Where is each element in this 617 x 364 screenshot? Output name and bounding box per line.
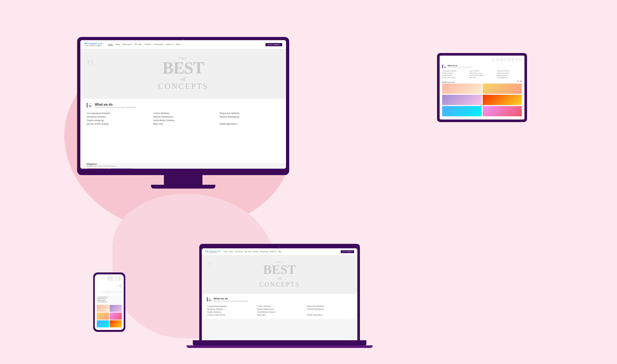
ln-cater[interactable]: We Cater xyxy=(245,251,251,253)
service-item-graphic: Graphic designing xyxy=(87,119,147,121)
monitor-hero-content: THE BEST of CONCEPTS xyxy=(158,57,209,91)
monitor-banner-text: Diligence Diligence has no place in the … xyxy=(87,163,133,169)
ln-what[interactable]: What we do xyxy=(235,251,243,253)
portfolio-img-2 xyxy=(483,84,522,94)
l-service: Domain & Web Hosting xyxy=(207,314,252,316)
monitor-services-header: 00 01 What we do There are no shortcuts … xyxy=(87,103,280,108)
laptop-bottom xyxy=(186,345,373,348)
t-service: Conceptualized Websites xyxy=(442,70,467,72)
tablet-screen: CONCEPTS 00 01 What we do There are no s… xyxy=(440,56,524,120)
nav-home[interactable]: Home xyxy=(108,43,113,46)
services-title: What we do xyxy=(95,103,136,106)
laptop-services: 00 01 What we do There are no shortcuts … xyxy=(202,294,357,319)
service-item: Conceptualized Websites xyxy=(87,112,147,114)
l-service: Basic SEO xyxy=(257,314,302,316)
nav-reach[interactable]: Reach Us xyxy=(166,43,174,46)
ln-home[interactable]: Home xyxy=(224,251,228,253)
phone-services: Conceptualized Websites Wordpress Websit… xyxy=(96,295,122,304)
laptop-logo: 3W Creators LLP a web solution company xyxy=(205,250,220,253)
tablet-services-sub: There are no shortcuts to any place wort… xyxy=(448,67,471,68)
t-service: Website Redesigning xyxy=(497,72,522,74)
tablet-frame: CONCEPTS 00 01 What we do There are no s… xyxy=(437,53,527,122)
monitor-stand xyxy=(164,175,202,185)
ln-portfolio[interactable]: Portfolio xyxy=(253,251,258,253)
t-service: Graphic designing xyxy=(442,75,467,76)
monitor-screen: 3W Creators LLP a web solution company H… xyxy=(80,40,286,169)
phone-portfolio xyxy=(96,304,122,328)
tablet-num-block: 00 01 xyxy=(442,65,446,68)
monitor-logo-sub: a web solution company xyxy=(84,45,104,47)
t-service: Domain & Web Hosting xyxy=(442,77,467,78)
ln-reach[interactable]: Reach Us xyxy=(270,251,276,253)
laptop-hero-decor: '' xyxy=(207,259,212,276)
services-subtitle: There are no shortcuts to any place wort… xyxy=(95,106,136,108)
monitor-hero: '' THE BEST of CONCEPTS xyxy=(80,49,286,99)
laptop-base xyxy=(193,340,366,345)
service-item: Domain & Web Hosting xyxy=(87,123,147,125)
laptop-logo-text: 3W Creators LLP xyxy=(205,250,220,252)
laptop-main-title: What we do xyxy=(214,297,248,300)
phone-inner: BEST of CONCEPTS Conceptualized Websites… xyxy=(95,274,124,330)
nav-portfolio[interactable]: Portfolio xyxy=(145,43,151,46)
l-service: Social Media Creatives xyxy=(257,311,302,313)
monitor-banner: Diligence Diligence has no place in the … xyxy=(80,163,286,169)
service-item: Website Maintenance xyxy=(153,116,213,118)
phone-hero-best: BEST of CONCEPTS xyxy=(96,276,122,295)
laptop-nav-links: Home About What we do We Cater Portfolio… xyxy=(224,251,281,253)
service-item: Custom Websites xyxy=(153,112,213,114)
tablet-services-header: 00 01 What we do There are no shortcuts … xyxy=(442,65,522,68)
laptop-num-block: 00 01 xyxy=(207,297,211,301)
monitor-hero-decor: '' xyxy=(87,56,94,78)
phone-device: BEST of CONCEPTS Conceptualized Websites… xyxy=(93,272,125,332)
laptop-hero-concepts: CONCEPTS xyxy=(259,281,300,288)
t-service: Custom Websites xyxy=(469,70,494,72)
monitor-services-number: 00 01 xyxy=(87,103,92,108)
monitor-nav-cta[interactable]: LET'S CONNECT xyxy=(265,43,282,46)
tablet-portfolio-label: Stimulate your mind xyxy=(442,81,454,83)
ph-service: Domain & Web Hosting xyxy=(97,301,121,303)
t-service: Online Applications xyxy=(497,77,522,78)
portfolio-img-4 xyxy=(483,95,522,105)
service-item: Website Redesigning xyxy=(219,116,280,118)
phone-screen: BEST of CONCEPTS Conceptualized Websites… xyxy=(95,274,124,330)
monitor-logo: 3W Creators LLP a web solution company xyxy=(84,42,104,47)
portfolio-img-1 xyxy=(442,84,482,94)
tablet-services-title-group: What we do There are no shortcuts to any… xyxy=(448,65,471,68)
laptop-logo-sub: a web solution company xyxy=(205,252,220,253)
phone-hero-concepts: CONCEPTS xyxy=(102,290,122,294)
ln-blog[interactable]: Blog xyxy=(278,251,281,253)
desktop-monitor: 3W Creators LLP a web solution company H… xyxy=(77,37,289,189)
nav-blog[interactable]: Blog xyxy=(176,43,180,46)
monitor-services-titles: What we do There are no shortcuts to any… xyxy=(95,103,136,108)
tablet-device: CONCEPTS 00 01 What we do There are no s… xyxy=(437,53,527,122)
nav-cater[interactable]: We Cater xyxy=(135,43,142,46)
tablet-hero-title: CONCEPTS xyxy=(442,58,522,63)
service-item: Responsive Websites xyxy=(219,112,280,114)
monitor-services-grid: Conceptualized Websites Custom Websites … xyxy=(87,112,280,125)
nav-what[interactable]: What we do xyxy=(122,43,132,46)
portfolio-img-6 xyxy=(483,106,522,116)
l-service: Mobile Applications xyxy=(307,314,352,316)
t-service: Responsive Websites xyxy=(497,70,522,72)
banner-img-1 xyxy=(87,168,109,169)
phone-frame: BEST of CONCEPTS Conceptualized Websites… xyxy=(93,272,125,332)
laptop-services-header: 00 01 What we do There are no shortcuts … xyxy=(207,297,352,302)
laptop-services-grid: Conceptualized Websites Custom Websites … xyxy=(207,305,352,316)
laptop-hero-of: of xyxy=(259,276,300,281)
ln-about[interactable]: About xyxy=(229,251,233,253)
service-item: Wordpress Websites xyxy=(87,116,147,118)
tablet-num-bot: 01 xyxy=(444,66,446,68)
monitor-nav: 3W Creators LLP a web solution company H… xyxy=(80,40,286,49)
l-service-graphic: Graphic designing xyxy=(207,311,252,313)
service-item: Social Media Creatives xyxy=(153,119,213,121)
ln-testimonials[interactable]: Testimonials xyxy=(260,251,268,253)
l-num-bot: 01 xyxy=(209,299,211,301)
t-service: Website Maintenance xyxy=(469,72,494,74)
tablet-portfolio-header: Stimulate your mind 02 03 xyxy=(442,80,522,84)
l-service: Conceptualized Websites xyxy=(207,305,252,307)
ph-portfolio-img xyxy=(110,305,122,312)
monitor-services: 00 01 What we do There are no shortcuts … xyxy=(80,99,286,163)
laptop-cta[interactable]: LET'S CONNECT xyxy=(341,250,354,253)
nav-testimonials[interactable]: Testimonials xyxy=(154,43,163,46)
nav-about[interactable]: About xyxy=(115,43,120,46)
